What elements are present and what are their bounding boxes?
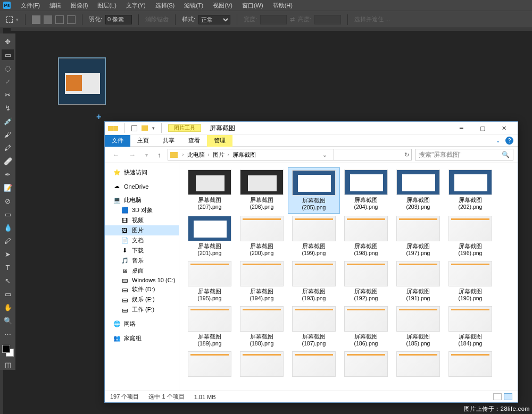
ps-tool-21[interactable]: 🔍: [2, 315, 14, 326]
file-tile[interactable]: 屏幕截图 (195).png: [184, 259, 236, 304]
file-tile[interactable]: 屏幕截图 (193).png: [288, 259, 340, 304]
menu-编辑[interactable]: 编辑: [45, 2, 66, 10]
close-button[interactable]: ✕: [493, 122, 514, 135]
ps-tool-17[interactable]: T: [2, 262, 14, 273]
ps-tool-7[interactable]: 🖌: [2, 129, 14, 140]
selmode-add-icon[interactable]: [44, 15, 52, 24]
menu-文件(F)[interactable]: 文件(F): [16, 2, 45, 10]
crumb-thispc[interactable]: 此电脑: [187, 151, 205, 159]
ps-tool-11[interactable]: 📝: [2, 182, 14, 193]
side-图片[interactable]: 🖼图片: [105, 225, 179, 235]
side-文档[interactable]: 📄文档: [105, 235, 179, 246]
file-tile[interactable]: 屏幕截图 (194).png: [236, 259, 288, 304]
file-tile[interactable]: [184, 349, 236, 381]
selmode-int-icon[interactable]: [67, 15, 76, 24]
ps-tool-4[interactable]: ✂: [2, 89, 14, 100]
side-音乐[interactable]: 🎵音乐: [105, 256, 179, 266]
selmode-new-icon[interactable]: [32, 15, 40, 24]
file-tile[interactable]: 屏幕截图 (207).png: [184, 167, 236, 214]
help-icon[interactable]: ?: [505, 137, 513, 145]
ps-tool-10[interactable]: ✒: [2, 169, 14, 180]
ps-tool-2[interactable]: ◌: [2, 63, 14, 73]
ps-tool-0[interactable]: ✥: [2, 36, 14, 47]
side-network[interactable]: 🌐网络: [105, 319, 179, 329]
color-swatches[interactable]: [2, 345, 14, 357]
nav-recent-button[interactable]: ▾: [142, 152, 151, 158]
side-软件 (D:)[interactable]: 🖴软件 (D:): [105, 284, 179, 294]
ps-tool-12[interactable]: ⊘: [2, 196, 14, 206]
side-onedrive[interactable]: ☁OneDrive: [105, 182, 179, 191]
file-tile[interactable]: 屏幕截图 (190).png: [444, 259, 496, 304]
ribbon-tab-文件[interactable]: 文件: [105, 135, 130, 147]
side-Windows 10 (C:)[interactable]: 🖴Windows 10 (C:): [105, 276, 179, 284]
file-tile[interactable]: 屏幕截图 (204).png: [340, 167, 392, 214]
side-娱乐 (E:)[interactable]: 🖴娱乐 (E:): [105, 294, 179, 305]
side-工作 (F:)[interactable]: 🖴工作 (F:): [105, 305, 179, 315]
menu-滤镜(T)[interactable]: 滤镜(T): [179, 2, 208, 10]
address-bar[interactable]: › 此电脑 › 图片 › 屏幕截图 ⌄ ↻: [168, 149, 412, 160]
ps-tool-5[interactable]: ↯: [2, 103, 14, 113]
file-tile[interactable]: 屏幕截图 (187).png: [288, 304, 340, 349]
style-select[interactable]: 正常: [198, 15, 230, 24]
file-tile[interactable]: 屏幕截图 (185).png: [392, 304, 444, 349]
ribbon-tab-查看[interactable]: 查看: [181, 135, 207, 147]
ps-tool-13[interactable]: ▭: [2, 209, 14, 219]
explorer-titlebar[interactable]: ▾ 图片工具 屏幕截图 ━ ▢ ✕: [105, 122, 518, 135]
screen-mode-icon[interactable]: ◫: [2, 359, 14, 370]
file-tile[interactable]: [236, 349, 288, 381]
view-details-icon[interactable]: [493, 393, 502, 400]
file-tile[interactable]: 屏幕截图 (192).png: [340, 259, 392, 304]
side-视频[interactable]: 🎞视频: [105, 215, 179, 225]
crumb-screenshots[interactable]: 屏幕截图: [232, 151, 256, 159]
ps-tool-1[interactable]: ▭: [2, 49, 14, 60]
file-tile[interactable]: 屏幕截图 (200).png: [236, 214, 288, 259]
ps-tool-6[interactable]: 💉: [2, 116, 14, 126]
feather-input[interactable]: [105, 15, 132, 24]
menu-文字(Y)[interactable]: 文字(Y): [121, 2, 151, 10]
crumb-pictures[interactable]: 图片: [213, 151, 225, 159]
file-tile[interactable]: 屏幕截图 (186).png: [340, 304, 392, 349]
minimize-button[interactable]: ━: [451, 122, 472, 135]
ps-tool-9[interactable]: 🩹: [2, 156, 14, 166]
nav-fwd-button[interactable]: →: [126, 151, 139, 159]
ps-tool-16[interactable]: ➤: [2, 249, 14, 259]
file-tile[interactable]: 屏幕截图 (184).png: [444, 304, 496, 349]
open-document-thumb[interactable]: [58, 57, 106, 105]
side-3D 对象[interactable]: 🟦3D 对象: [105, 205, 179, 215]
ribbon-collapse-icon[interactable]: ⌄: [496, 138, 500, 143]
qat-folder-icon[interactable]: [142, 125, 148, 131]
file-tile[interactable]: 屏幕截图 (188).png: [236, 304, 288, 349]
selmode-sub-icon[interactable]: [55, 15, 64, 24]
file-tile[interactable]: 屏幕截图 (197).png: [392, 214, 444, 259]
menu-图像(I)[interactable]: 图像(I): [66, 2, 93, 10]
nav-up-button[interactable]: ↑: [154, 151, 164, 159]
ribbon-tab-主页[interactable]: 主页: [130, 135, 156, 147]
side-下载[interactable]: ⬇下载: [105, 246, 179, 256]
file-tile[interactable]: [392, 349, 444, 381]
refresh-icon[interactable]: ↻: [404, 151, 409, 158]
ps-tool-8[interactable]: 🖍: [2, 142, 14, 153]
ps-tool-18[interactable]: ↖: [2, 275, 14, 286]
ribbon-tab-管理[interactable]: 管理: [207, 135, 232, 147]
side-homegroup[interactable]: 👥家庭组: [105, 333, 179, 343]
file-tile[interactable]: 屏幕截图 (206).png: [236, 167, 288, 214]
marquee-tool-icon[interactable]: [6, 16, 13, 23]
file-tile[interactable]: 屏幕截图 (205).png: [288, 167, 340, 214]
maximize-button[interactable]: ▢: [472, 122, 493, 135]
explorer-content[interactable]: 屏幕截图 (207).png屏幕截图 (206).png屏幕截图 (205).p…: [179, 163, 518, 391]
side-quickaccess[interactable]: ⭐快速访问: [105, 167, 179, 178]
picture-tools-tab[interactable]: 图片工具: [168, 124, 201, 132]
file-tile[interactable]: 屏幕截图 (201).png: [184, 214, 236, 259]
nav-back-button[interactable]: ←: [109, 151, 122, 159]
menu-帮助(H)[interactable]: 帮助(H): [268, 2, 297, 10]
search-box[interactable]: 搜索"屏幕截图" 🔍: [415, 149, 513, 160]
file-tile[interactable]: 屏幕截图 (199).png: [288, 214, 340, 259]
ps-tool-22[interactable]: ⋯: [2, 328, 14, 339]
ps-tool-19[interactable]: ▭: [2, 289, 14, 299]
ribbon-tab-共享[interactable]: 共享: [156, 135, 181, 147]
file-tile[interactable]: [444, 349, 496, 381]
side-thispc[interactable]: 💻此电脑: [105, 195, 179, 205]
file-tile[interactable]: 屏幕截图 (203).png: [392, 167, 444, 214]
ps-tool-20[interactable]: ✋: [2, 302, 14, 312]
view-icons-icon[interactable]: [504, 393, 512, 400]
